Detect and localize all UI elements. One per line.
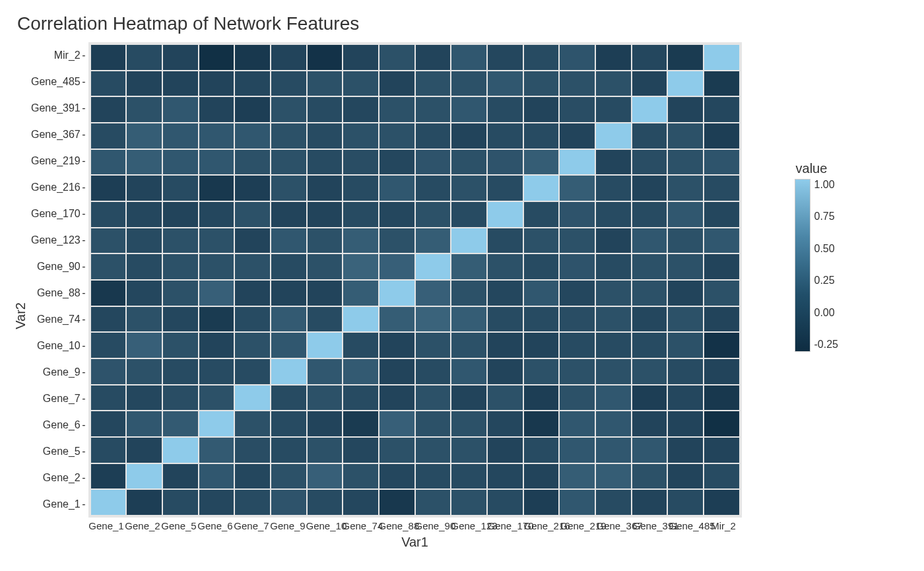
heatmap-cell	[90, 280, 127, 306]
heatmap-cell	[199, 123, 235, 149]
x-tick: Gene_219	[560, 520, 597, 533]
heatmap-cell	[487, 44, 523, 71]
heatmap-cell	[415, 228, 451, 254]
heatmap-cell	[451, 71, 487, 97]
heatmap-cell	[451, 201, 487, 228]
heatmap-cell	[343, 463, 379, 490]
heatmap-cell	[667, 253, 704, 280]
heatmap-cell	[487, 253, 523, 280]
heatmap-cell	[595, 411, 632, 437]
heatmap-cell	[487, 358, 523, 385]
heatmap-cell	[90, 149, 127, 176]
heatmap-cell	[271, 411, 307, 437]
heatmap-cell	[667, 280, 704, 306]
heatmap-cell	[632, 385, 668, 411]
heatmap-cell	[379, 437, 415, 463]
heatmap-cell	[343, 44, 379, 71]
x-tick: Gene_74	[343, 520, 379, 533]
heatmap-cell	[234, 96, 271, 123]
heatmap-cell	[199, 358, 235, 385]
x-tick: Gene_90	[415, 520, 451, 533]
heatmap-cell	[559, 175, 595, 201]
heatmap-cell	[234, 71, 271, 97]
heatmap-cell	[595, 489, 632, 516]
heatmap-cell	[162, 253, 199, 280]
heatmap-cell	[667, 437, 704, 463]
heatmap-cell	[343, 123, 379, 149]
heatmap-cell	[90, 44, 127, 71]
heatmap-cell	[307, 149, 343, 176]
heatmap-cell	[379, 280, 415, 306]
heatmap-cell	[704, 437, 740, 463]
heatmap-cell	[523, 358, 560, 385]
heatmap-cell	[126, 463, 162, 490]
heatmap-cell	[415, 71, 451, 97]
heatmap-cell	[271, 385, 307, 411]
heatmap-cell	[162, 228, 199, 254]
heatmap-cell	[343, 201, 379, 228]
heatmap-cell	[704, 280, 740, 306]
heatmap-cell	[234, 489, 271, 516]
heatmap-cell	[199, 149, 235, 176]
heatmap-cell	[90, 123, 127, 149]
x-tick: Gene_485	[669, 520, 706, 533]
y-tick: Gene_391	[31, 95, 84, 121]
heatmap-cell	[126, 228, 162, 254]
heatmap-cell	[704, 253, 740, 280]
heatmap-cell	[199, 306, 235, 333]
heatmap-cell	[162, 306, 199, 333]
heatmap-cell	[704, 175, 740, 201]
heatmap-cell	[162, 44, 199, 71]
heatmap-cell	[126, 358, 162, 385]
heatmap-cell	[595, 71, 632, 97]
heatmap-cell	[487, 411, 523, 437]
heatmap-cell	[126, 123, 162, 149]
heatmap-cell	[234, 411, 271, 437]
heatmap-cell	[667, 385, 704, 411]
y-tick: Gene_74	[37, 306, 84, 333]
heatmap-cell	[704, 358, 740, 385]
heatmap-cell	[559, 253, 595, 280]
heatmap-cell	[667, 123, 704, 149]
heatmap-cell	[415, 149, 451, 176]
heatmap-cell	[90, 385, 127, 411]
heatmap-cell	[487, 149, 523, 176]
heatmap-cell	[271, 437, 307, 463]
heatmap-cell	[415, 332, 451, 358]
heatmap-cell	[307, 411, 343, 437]
heatmap-cell	[199, 201, 235, 228]
heatmap-cell	[90, 463, 127, 490]
heatmap-cell	[595, 253, 632, 280]
heatmap-cell	[199, 385, 235, 411]
heatmap-cell	[162, 175, 199, 201]
heatmap-cell	[415, 358, 451, 385]
y-axis-label: Var2	[13, 263, 28, 329]
heatmap-cell	[595, 44, 632, 71]
heatmap-cell	[523, 228, 560, 254]
heatmap-cell	[234, 175, 271, 201]
heatmap-cell	[523, 123, 560, 149]
heatmap-cell	[667, 201, 704, 228]
heatmap-cell	[343, 96, 379, 123]
heatmap-cell	[595, 228, 632, 254]
heatmap-cell	[415, 280, 451, 306]
heatmap-cell	[343, 411, 379, 437]
heatmap-cell	[451, 306, 487, 333]
heatmap-cell	[667, 306, 704, 333]
heatmap-cell	[379, 71, 415, 97]
heatmap-cell	[523, 489, 560, 516]
heatmap-cell	[90, 253, 127, 280]
heatmap-cell	[271, 123, 307, 149]
heatmap-cell	[559, 306, 595, 333]
heatmap-cell	[379, 306, 415, 333]
heatmap-cell	[126, 44, 162, 71]
heatmap-cell	[559, 411, 595, 437]
heatmap-cell	[90, 437, 127, 463]
heatmap-cell	[90, 332, 127, 358]
heatmap-cell	[162, 96, 199, 123]
legend-tick: 0.25	[814, 275, 838, 286]
heatmap-cell	[667, 149, 704, 176]
x-tick: Gene_216	[524, 520, 560, 533]
heatmap-cell	[307, 123, 343, 149]
heatmap-cell	[90, 96, 127, 123]
